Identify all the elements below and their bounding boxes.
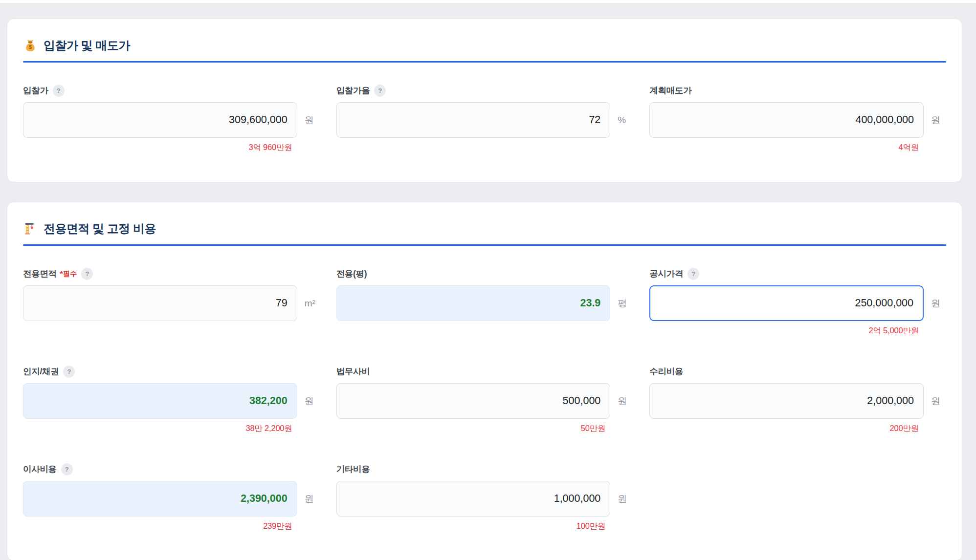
official-price-input[interactable] [649, 285, 924, 321]
field-bid-ratio: 입찰가율 ? % [336, 84, 633, 153]
official-price-label: 공시가격 [649, 268, 683, 280]
help-icon[interactable]: ? [81, 268, 93, 280]
unit-suffix: 원 [924, 395, 946, 408]
empty-helper [336, 142, 633, 153]
misc-cost-label: 기타비용 [336, 463, 370, 475]
help-icon[interactable]: ? [61, 463, 73, 475]
field-repair-cost: 수리비용 원 200만원 [649, 365, 946, 434]
help-icon[interactable]: ? [63, 366, 75, 378]
unit-suffix: 원 [924, 297, 946, 310]
unit-suffix: m² [297, 298, 320, 309]
field-planned-sale-price: 계획매도가 원 4억원 [649, 84, 946, 153]
official-price-korean-amount: 2억 5,000만원 [649, 325, 946, 337]
page-top-strip [0, 0, 976, 4]
section-title: 전용면적 및 고정 비용 [44, 221, 156, 237]
field-moving-cost: 이사비용 ? 원 239만원 [23, 463, 320, 532]
help-icon[interactable]: ? [53, 85, 65, 97]
misc-cost-korean-amount: 100만원 [336, 521, 633, 532]
field-bid-price: 입찰가 ? 원 3억 960만원 [23, 84, 320, 153]
card-header: 전용면적 및 고정 비용 [23, 221, 946, 237]
help-icon[interactable]: ? [374, 85, 386, 97]
field-official-price: 공시가격 ? 원 2억 5,000만원 [649, 267, 946, 337]
planned-sale-price-input[interactable] [649, 102, 924, 138]
unit-suffix: 원 [610, 395, 633, 408]
empty-helper [336, 325, 633, 337]
planned-sale-price-label: 계획매도가 [649, 85, 691, 96]
bid-ratio-label: 입찰가율 [336, 85, 370, 96]
bid-price-korean-amount: 3억 960만원 [23, 142, 320, 153]
exclusive-area-pyeong-input [336, 285, 611, 321]
unit-suffix: 원 [297, 114, 320, 127]
unit-suffix: 원 [924, 114, 946, 127]
field-exclusive-area: 전용면적 *필수 ? m² [23, 267, 320, 337]
section-divider [23, 61, 946, 63]
misc-cost-input[interactable] [336, 481, 611, 517]
unit-suffix: 원 [297, 493, 320, 505]
repair-cost-korean-amount: 200만원 [649, 423, 946, 434]
help-icon[interactable]: ? [688, 268, 699, 280]
repair-cost-label: 수리비용 [649, 366, 683, 377]
stamp-bond-korean-amount: 38만 2,200원 [23, 423, 320, 434]
stamp-bond-input [23, 383, 297, 419]
field-grid: 전용면적 *필수 ? m² 전용(평) 평 [23, 267, 946, 532]
moving-cost-input [23, 481, 297, 517]
moving-cost-label: 이사비용 [23, 463, 57, 475]
card-area-and-fixed-costs: 전용면적 및 고정 비용 전용면적 *필수 ? m² 전용(평) [7, 202, 962, 560]
exclusive-area-label: 전용면적 [23, 268, 57, 280]
field-exclusive-area-pyeong: 전용(평) 평 [336, 267, 633, 337]
svg-text:$: $ [29, 44, 32, 50]
stamp-bond-label: 인지/채권 [23, 366, 59, 377]
card-bid-and-sale-price: $ 입찰가 및 매도가 입찰가 ? 원 3억 960만원 입찰가율 [7, 19, 962, 182]
section-title: 입찰가 및 매도가 [44, 38, 130, 53]
field-legal-fee: 법무사비 원 50만원 [336, 365, 633, 434]
required-marker: *필수 [60, 269, 77, 279]
field-grid: 입찰가 ? 원 3억 960만원 입찰가율 ? % [23, 84, 946, 153]
repair-cost-input[interactable] [649, 383, 924, 419]
planned-sale-price-korean-amount: 4억원 [649, 142, 946, 153]
bid-price-input[interactable] [23, 102, 297, 138]
calculator-page: $ 입찰가 및 매도가 입찰가 ? 원 3억 960만원 입찰가율 [0, 4, 976, 560]
construction-crane-icon [23, 221, 38, 236]
unit-suffix: 원 [297, 395, 320, 408]
field-stamp-bond: 인지/채권 ? 원 38만 2,200원 [23, 365, 320, 434]
bid-ratio-input[interactable] [336, 102, 611, 138]
legal-fee-input[interactable] [336, 383, 611, 419]
section-divider [23, 244, 946, 246]
unit-suffix: 원 [610, 493, 633, 505]
unit-suffix: % [610, 115, 633, 126]
legal-fee-label: 법무사비 [336, 366, 370, 377]
empty-helper [23, 325, 320, 337]
moving-cost-korean-amount: 239만원 [23, 521, 320, 532]
bid-price-label: 입찰가 [23, 85, 48, 96]
card-header: $ 입찰가 및 매도가 [23, 38, 946, 53]
money-bag-icon: $ [23, 38, 38, 53]
unit-suffix: 평 [610, 297, 633, 310]
exclusive-area-pyeong-label: 전용(평) [336, 268, 367, 280]
exclusive-area-input[interactable] [23, 285, 297, 321]
field-misc-cost: 기타비용 원 100만원 [336, 463, 633, 532]
legal-fee-korean-amount: 50만원 [336, 423, 633, 434]
